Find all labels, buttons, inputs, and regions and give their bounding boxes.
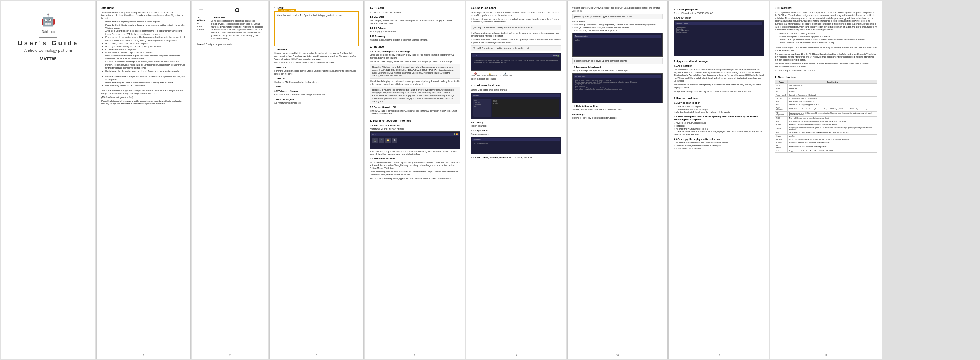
spec-cpu-label: CPU — [775, 83, 788, 87]
app-icon-4: ⚙ — [392, 138, 397, 143]
page-12-num: 12 — [718, 354, 720, 357]
settings-content: Sound Display Storage — [492, 99, 559, 117]
copy-file-desc: 1. Pls check between computer and device… — [673, 141, 764, 150]
spec-game-val: platform — [788, 134, 877, 138]
spec-touch-label: Touch panel — [775, 93, 788, 96]
attention-title: Attention: — [101, 6, 186, 10]
silent-mode: 🔇Silent mode — [471, 72, 480, 76]
s-header-1: ◀ ⌂ ☰ 12:34 🔋 — [473, 54, 560, 58]
dc-section: ⎓ DC voltage For indoor use only — [197, 6, 205, 32]
spec-gpu2-val: Maximum support hardware decoding 1080P … — [788, 120, 877, 123]
page-2-num: 2 — [229, 354, 231, 357]
apps-title: 5. Apps install and manage — [673, 60, 764, 63]
touch-screen-1: ◀ ⌂ ☰ 12:34 🔋 is the main interface, you… — [471, 53, 561, 71]
spec-gravity-label: Gravity — [775, 123, 788, 126]
storage-desc: Remove TF card: view of the available st… — [572, 117, 663, 120]
spec-gpu-label: GPU — [775, 100, 788, 103]
device-label: Tablet pc — [41, 30, 55, 34]
spec-usb-label: USB — [775, 116, 788, 120]
table-row: Photo Frame Built-in photo to read based… — [775, 144, 877, 149]
fcc-title: FCC Warning: — [775, 6, 877, 10]
table-row: Game platform — [775, 134, 877, 138]
copy-file-heading: 6.3 Can copy file or play media and so o… — [673, 138, 764, 141]
page-8-num: 8 — [515, 354, 517, 357]
application-heading: 4.2 Application — [471, 129, 561, 132]
tf-card-remark: [Remark]: to touch tablet device SD card… — [572, 58, 663, 64]
table-row: LCD 8" inch — [775, 90, 877, 93]
reset-desc: If charging USB interface can charge. Ch… — [274, 69, 359, 75]
page-3-num: 3 — [316, 354, 317, 357]
date-time-desc: Set date, set time. Select time zone and… — [572, 108, 663, 111]
recycle-icon: ♻ — [211, 6, 263, 14]
settings-menu: WiFi Bluetooth Data usage More... Sound … — [473, 98, 560, 117]
power-desc: Startup: Long press and hold the power b… — [274, 52, 359, 60]
spec-audio-val: support gravity sensor operation game AC… — [788, 126, 877, 131]
back-desc: Short press BACK button will return the … — [274, 81, 359, 84]
cover-model: MATT85 — [40, 56, 56, 61]
table-row: Video WMV/ASF/MP4/3GP/AVI/FLV/DIVX/MPEG/… — [775, 131, 877, 134]
spec-game-label: Game — [775, 134, 788, 138]
table-row: GPU AMI graphic processor full support — [775, 100, 877, 103]
equipment-basic-desc: Setting: Click setting enter setting int… — [471, 88, 561, 91]
dc-label: DC voltage — [197, 16, 205, 21]
app-header: Applications — [473, 138, 560, 141]
attention-intro: This handbook contains important securit… — [101, 11, 186, 19]
table-row: GPU Maximum support hardware decoding 10… — [775, 120, 877, 123]
lock-desc: Lock screen: Short press Power button to… — [274, 61, 359, 64]
app-icon-1: 📷 — [372, 138, 378, 143]
page-10-num: 10 — [616, 354, 619, 357]
mic-heading: 1.4 MIC — [274, 85, 359, 88]
status-bar-heading: 3.2 status bar describe — [370, 157, 460, 160]
page-storage: Unknown sources: Click 'Unknown Sources'… — [567, 1, 668, 359]
android-logo-icon: 🤖 — [41, 13, 56, 27]
privacy-desc: Factory data reset — [471, 125, 561, 128]
spec-expansion-val: Support: expand to 32G to make 32 commun… — [788, 111, 877, 116]
startup-fail-heading: 6.2 After startup the screen or the open… — [673, 115, 764, 121]
about-heading: 4.8 About tablet — [673, 16, 764, 19]
settings-header: Settings — [473, 94, 560, 97]
table-row: Audio support gravity sensor operation g… — [775, 126, 877, 131]
language-content: Select language: 54 kinds of national la… — [574, 79, 661, 91]
language-screen: Language & Input Select language: 54 kin… — [572, 74, 663, 103]
attention-list: Please don't be in high temperature, moi… — [101, 21, 186, 73]
recycling-label: RECYCLING — [211, 16, 263, 19]
main-softkey-remark: [Remark]: The main screen soft key funct… — [471, 45, 561, 51]
spec-other-val: Supports all tools.Such as Reset.Remit.E… — [788, 149, 877, 152]
table-row: Gravity Built-in 3D gravity sensor to ma… — [775, 123, 877, 126]
startup-fail-desc: 1. Power is not enough, please charge 2.… — [673, 122, 764, 136]
tf-desc: TF CARD slot: external T-FLASH card — [370, 11, 460, 14]
ringtone-mode: 🔊ringtone,Audible — [499, 72, 512, 76]
silent-heading: 4.1 Silent mode, Volume, Notification ri… — [471, 156, 561, 159]
spec-video-val: WMV/ASF/MP4/3GP/AVI/FLV/DIVX/MPEG/MPEG-4… — [788, 131, 877, 134]
spec-ebook-val: support all format e-read based on Andro… — [788, 141, 877, 144]
volume-desc: Click volume button: Volume volume charg… — [274, 93, 359, 96]
spec-os-label: OS — [775, 103, 788, 106]
fcc-rf: The device has been evaluated to meet ge… — [775, 62, 877, 68]
fcc-indoor: The device only to be used indoor for ba… — [775, 69, 877, 72]
fcc-caution: Caution: Any changes or modifications to… — [775, 46, 877, 52]
app-installer-heading: 5.1 App installer — [673, 64, 764, 67]
basic-function-title: 7: Basic function — [775, 76, 877, 79]
spec-photo-frame-val: Built-in photo to read based on Android … — [788, 144, 877, 149]
fcc-measures: Reorient or relocate the receiving anten… — [775, 32, 877, 44]
dc-recycling-row: ⎓ DC voltage For indoor use only ♻ RECYC… — [197, 6, 263, 40]
earphone-heading: 1.6 earphone jack — [274, 98, 359, 101]
device-open-heading: 6.1 Device can't to open — [673, 101, 764, 104]
spec-touch-val: Capacitive Touch panel (Optional) — [788, 93, 877, 96]
touch-screen-desc: You touch the screen keep a time, appear… — [370, 177, 460, 180]
battery-desc: Before use, please let the device's batt… — [370, 54, 460, 59]
status-bar-desc: The status bar abave of the screen. Top … — [370, 161, 460, 170]
problem-title: 6. Problem solution — [673, 97, 764, 100]
page-fcc: FCC Warning: This equipment has been tes… — [770, 1, 882, 359]
touch-panel-desc: Capacitive touch panel. In The Operation… — [277, 14, 356, 17]
storage-heading: 4.4 Storage — [572, 113, 663, 116]
touch-remark: [Remark]: The main screen soft key funct… — [471, 24, 561, 30]
polarity-text: ⊕—●—⊖ Polarity of d.c. power connector — [197, 43, 263, 46]
spec-storage-val: 8GB Built-in 4GB support (Optional) — [788, 96, 877, 100]
mini-usb-heading: 1.8 Mini USB — [370, 16, 460, 18]
connection-heading: 2.2 Connection with PC — [370, 106, 460, 109]
main-interface-screen: 12:00 🔋 📶 📷 🎵 📁 ⚙ — [370, 131, 460, 149]
dc-icon: ⎓ — [197, 6, 205, 14]
touch-section-desc: Device equipped with a touch screen. Fol… — [471, 11, 561, 17]
unknown-sources-desc: Unknown sources: Click 'Unknown Sources'… — [572, 6, 663, 13]
